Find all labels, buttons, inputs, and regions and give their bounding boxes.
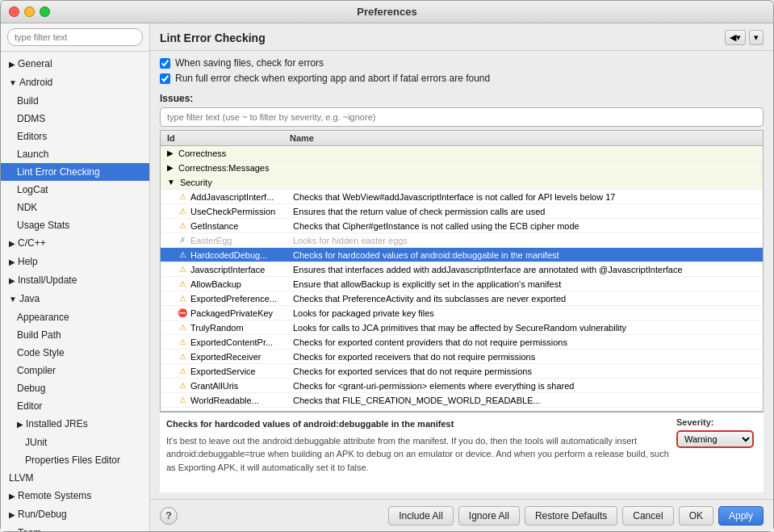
checkbox-row-1: When saving files, check for errors xyxy=(160,57,764,69)
description-text: Checks for hardcoded values of android:d… xyxy=(166,417,670,488)
ignore-all-button[interactable]: Ignore All xyxy=(458,506,520,526)
sidebar-item-launch[interactable]: Launch xyxy=(1,145,149,163)
sidebar-item-junit[interactable]: JUnit xyxy=(1,434,149,451)
col-header-id: Id xyxy=(161,133,290,143)
table-row[interactable]: ⚠WorldReadable... Checks that FILE_CREAT… xyxy=(161,393,763,408)
issues-label: Issues: xyxy=(160,93,764,104)
sidebar-item-editors[interactable]: Editors xyxy=(1,128,149,145)
filter-input-row xyxy=(160,107,764,127)
window-title: Preferences xyxy=(357,6,416,18)
sidebar-item-java[interactable]: ▼Java xyxy=(1,290,149,308)
minimize-button[interactable] xyxy=(24,6,35,17)
severity-select[interactable]: Fatal Error Warning Informational Ignore xyxy=(676,430,754,448)
nav-back-button[interactable]: ◀▾ xyxy=(725,30,746,45)
nav-menu-button[interactable]: ▾ xyxy=(749,30,764,45)
sidebar-item-llvm[interactable]: LLVM xyxy=(1,469,149,487)
description-area: Checks for hardcoded values of android:d… xyxy=(160,412,764,492)
table-row[interactable]: ⚠UseCheckPermission Ensures that the ret… xyxy=(161,204,763,219)
table-row[interactable]: ⚠ExportedService Checks for exported ser… xyxy=(161,364,763,379)
table-row[interactable]: ⚠TrulyRandom Looks for calls to JCA prim… xyxy=(161,320,763,335)
maximize-button[interactable] xyxy=(40,6,50,17)
sidebar-item-appearance[interactable]: Appearance xyxy=(1,308,149,326)
table-row[interactable]: ⚠ExportedReceiver Checks for exported re… xyxy=(161,350,763,364)
checkbox-full-check[interactable] xyxy=(160,73,170,84)
right-panel: Lint Error Checking ◀▾ ▾ When saving fil… xyxy=(150,23,773,531)
sidebar-item-propfiles[interactable]: Properties Files Editor xyxy=(1,451,149,469)
sidebar-item-compiler[interactable]: Compiler xyxy=(1,362,149,379)
sidebar-item-installedjres[interactable]: ▶Installed JREs xyxy=(1,415,149,434)
checkbox-save-files[interactable] xyxy=(160,58,170,69)
checkbox-full-label: Run full error check when exporting app … xyxy=(175,73,490,84)
sidebar-item-rundebug[interactable]: ▶Run/Debug xyxy=(1,505,149,524)
sidebar-item-remote[interactable]: ▶Remote Systems xyxy=(1,487,149,505)
sidebar-item-debug[interactable]: Debug xyxy=(1,379,149,397)
panel-header: Lint Error Checking ◀▾ ▾ xyxy=(150,23,773,51)
bottom-bar: ? Include All Ignore All Restore Default… xyxy=(150,499,773,531)
sidebar-item-logcat[interactable]: LogCat xyxy=(1,181,149,199)
table-header: Id Name xyxy=(161,131,763,146)
table-body: ▶Correctness ▶Correctness:Messages ▼Secu… xyxy=(161,146,763,411)
table-row[interactable]: ⚠JavascriptInterface Ensures that interf… xyxy=(161,262,763,277)
sidebar-search-input[interactable] xyxy=(7,28,143,46)
description-title: Checks for hardcoded values of android:d… xyxy=(166,417,670,431)
panel-title: Lint Error Checking xyxy=(160,31,266,44)
table-row[interactable]: ⚠ExportedContentPr... Checks for exporte… xyxy=(161,335,763,350)
sidebar-search-container xyxy=(1,23,149,52)
sidebar-item-install[interactable]: ▶Install/Update xyxy=(1,271,149,290)
sidebar-item-build[interactable]: Build xyxy=(1,92,149,110)
restore-defaults-button[interactable]: Restore Defaults xyxy=(525,506,617,526)
cancel-button[interactable]: Cancel xyxy=(622,506,673,526)
sidebar-item-help[interactable]: ▶Help xyxy=(1,253,149,271)
sidebar-item-ndk[interactable]: NDK xyxy=(1,199,149,216)
checkbox-save-label: When saving files, check for errors xyxy=(175,57,324,69)
table-row[interactable]: ⛔PackagedPrivateKey Looks for packaged p… xyxy=(161,306,763,320)
table-row[interactable]: ▼Security xyxy=(161,175,763,190)
table-row[interactable]: ⚠GrantAllUris Checks for <grant-uri-perm… xyxy=(161,379,763,393)
sidebar-item-team[interactable]: ▶Team xyxy=(1,524,149,531)
table-row[interactable]: ⚠AddJavascriptInterf... Checks that WebV… xyxy=(161,190,763,204)
table-row[interactable]: ✗EasterEgg Looks for hidden easter eggs xyxy=(161,233,763,248)
close-button[interactable] xyxy=(9,6,19,17)
table-row[interactable]: ⚠HardcodedDebug... Checks for hardcoded … xyxy=(161,248,763,262)
help-button[interactable]: ? xyxy=(160,507,178,525)
bottom-left-actions: ? xyxy=(160,507,178,525)
table-row[interactable]: ▶Correctness xyxy=(161,146,763,161)
include-all-button[interactable]: Include All xyxy=(388,506,454,526)
issues-table: Id Name ▶Correctness ▶Correctness:Messag… xyxy=(160,130,764,412)
sidebar-item-cpp[interactable]: ▶C/C++ xyxy=(1,234,149,253)
sidebar-item-editor[interactable]: Editor xyxy=(1,397,149,415)
severity-section: Severity: Fatal Error Warning Informatio… xyxy=(676,417,757,488)
sidebar-item-codestyle[interactable]: Code Style xyxy=(1,344,149,362)
description-body: It's best to leave out the android:debug… xyxy=(166,434,670,475)
apply-button[interactable]: Apply xyxy=(718,506,764,526)
window-controls xyxy=(9,6,50,17)
table-row[interactable]: ⚠AllowBackup Ensure that allowBackup is … xyxy=(161,277,763,291)
sidebar-item-general[interactable]: ▶General xyxy=(1,55,149,73)
sidebar-tree: ▶General ▼Android Build DDMS Editors Lau… xyxy=(1,52,149,531)
bottom-right-actions: Include All Ignore All Restore Defaults … xyxy=(388,506,764,526)
sidebar: ▶General ▼Android Build DDMS Editors Lau… xyxy=(1,23,150,531)
issues-filter-input[interactable] xyxy=(160,107,764,127)
titlebar: Preferences xyxy=(1,1,773,23)
sidebar-item-ddms[interactable]: DDMS xyxy=(1,110,149,128)
panel-body: When saving files, check for errors Run … xyxy=(150,51,773,499)
table-row[interactable]: ⚠ExportedPreference... Checks that Prefe… xyxy=(161,291,763,306)
col-header-name: Name xyxy=(290,133,763,143)
checkbox-row-2: Run full error check when exporting app … xyxy=(160,73,764,84)
sidebar-item-lint[interactable]: Lint Error Checking xyxy=(1,163,149,181)
sidebar-item-android[interactable]: ▼Android xyxy=(1,73,149,92)
ok-button[interactable]: OK xyxy=(679,506,713,526)
table-row[interactable]: ▶Correctness:Messages xyxy=(161,161,763,175)
panel-nav: ◀▾ ▾ xyxy=(725,30,764,45)
sidebar-item-buildpath[interactable]: Build Path xyxy=(1,326,149,344)
sidebar-item-usage[interactable]: Usage Stats xyxy=(1,216,149,234)
table-row[interactable]: ⚠GetInstance Checks that Cipher#getInsta… xyxy=(161,219,763,233)
severity-label: Severity: xyxy=(676,417,713,427)
